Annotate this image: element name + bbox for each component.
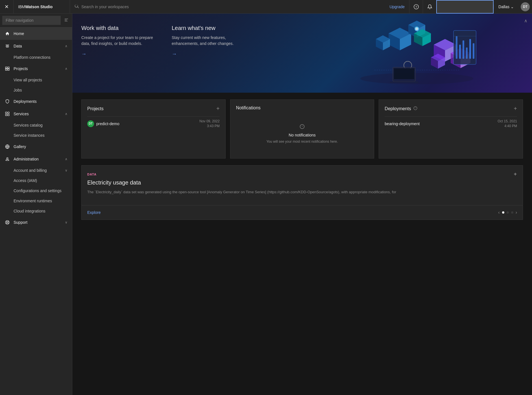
topnav-actions: Upgrade ? Dallas ⌄ DT — [385, 0, 532, 14]
sidebar-item-label-data: Data — [14, 44, 65, 48]
deployment-date: Oct 15, 2021 4:40 PM — [498, 119, 517, 129]
sidebar-sub-view-all-projects[interactable]: View all projects — [0, 75, 72, 85]
brand-name-bold: Watson Studio — [25, 5, 53, 9]
svg-line-18 — [8, 223, 9, 224]
hero-3d-illustration — [332, 16, 479, 90]
svg-point-16 — [6, 222, 8, 223]
gallery-dot-2[interactable] — [507, 211, 509, 214]
sidebar-item-gallery[interactable]: Gallery — [0, 140, 72, 153]
sidebar-item-services[interactable]: Services ∧ — [0, 108, 72, 120]
svg-rect-7 — [5, 69, 7, 70]
gallery-next-button[interactable]: › — [516, 210, 517, 215]
home-icon — [5, 31, 10, 36]
gallery-prev-button[interactable]: ‹ — [498, 210, 500, 215]
projects-card-title: Projects — [87, 106, 104, 111]
hero-learn-desc: Stay current with new features, enhancem… — [172, 35, 245, 47]
hero-work-with-data: Work with data Create a project for your… — [81, 25, 155, 57]
sidebar-item-projects[interactable]: Projects ∧ — [0, 62, 72, 75]
sidebar-filter-area — [0, 14, 72, 27]
sidebar-sub-environment-runtimes[interactable]: Environment runtimes — [0, 196, 72, 206]
sidebar-filter-input[interactable] — [2, 16, 61, 25]
svg-line-17 — [6, 221, 7, 222]
hero-content-area: Work with data Create a project for your… — [81, 25, 245, 57]
hero-work-title: Work with data — [81, 25, 155, 31]
sidebar-sub-platform-connections[interactable]: Platform connections — [0, 52, 72, 62]
workspace-search-input[interactable] — [440, 5, 490, 9]
gallery-icon — [5, 144, 10, 149]
user-avatar[interactable]: DT — [521, 2, 530, 11]
dashboard-grid: Projects + DT predict-demo Nov 09, 2022 … — [72, 93, 532, 165]
sidebar-collapse-button[interactable] — [63, 16, 70, 24]
notifications-empty-state: No notifications You will see your most … — [236, 115, 369, 153]
notifications-card-title: Notifications — [236, 105, 261, 110]
help-button[interactable]: ? — [409, 0, 423, 14]
sidebar-item-label-deployments: Deployments — [14, 99, 67, 104]
projects-add-button[interactable]: + — [216, 105, 220, 112]
hero-learn-arrow[interactable]: → — [172, 51, 177, 57]
sidebar-item-support[interactable]: Support ∨ — [0, 216, 72, 229]
gallery-dot-1[interactable] — [502, 211, 504, 214]
region-selector[interactable]: Dallas ⌄ — [494, 5, 518, 9]
sidebar: Home Data ∧ Platform connections Project… — [0, 14, 72, 395]
search-input[interactable] — [81, 5, 380, 9]
gallery-navigation: ‹ › — [498, 210, 517, 215]
chevron-down-icon: ⌄ — [511, 5, 514, 9]
account-billing-chevron: ∨ — [65, 168, 67, 172]
svg-rect-4 — [65, 21, 67, 21]
sidebar-item-data[interactable]: Data ∧ — [0, 40, 72, 52]
svg-rect-49 — [466, 47, 468, 59]
hero-banner: Work with data Create a project for your… — [72, 14, 532, 93]
notifications-empty-icon — [300, 124, 305, 131]
hero-work-desc: Create a project for your team to prepar… — [81, 35, 155, 47]
sidebar-sub-services-catalog[interactable]: Services catalog — [0, 120, 72, 130]
sidebar-item-label-services: Services — [14, 112, 65, 116]
search-icon — [75, 4, 79, 9]
deployments-add-button[interactable]: + — [514, 105, 517, 112]
sidebar-sub-access-iam[interactable]: Access (IAM) — [0, 175, 72, 186]
deployment-row: bearing-deployment Oct 15, 2021 4:40 PM — [385, 116, 517, 131]
gallery-item-title: Electricity usage data — [87, 179, 517, 186]
sidebar-sub-configurations[interactable]: Configurations and settings — [0, 186, 72, 196]
deployments-card-title: Deployments — [385, 106, 411, 111]
deployments-card: Deployments + bearing-deployment Oct 15,… — [379, 99, 523, 159]
hero-work-arrow[interactable]: → — [81, 51, 86, 57]
svg-point-35 — [415, 27, 418, 30]
gallery-add-button[interactable]: + — [514, 171, 517, 177]
hero-collapse-button[interactable]: ∧ — [524, 18, 527, 23]
close-menu-button[interactable]: ✕ — [0, 0, 14, 14]
hero-graphic — [279, 14, 532, 93]
sidebar-sub-account-billing[interactable]: Account and billing ∨ — [0, 165, 72, 175]
support-icon — [5, 220, 10, 225]
gallery-explore-link[interactable]: Explore — [87, 210, 101, 215]
sidebar-item-home[interactable]: Home — [0, 27, 72, 40]
project-date: Nov 09, 2022 3:43 PM — [199, 119, 219, 129]
sidebar-sub-jobs[interactable]: Jobs — [0, 85, 72, 95]
hero-learn-whats-new: Learn what's new Stay current with new f… — [172, 25, 245, 57]
deployment-name[interactable]: bearing-deployment — [385, 121, 420, 126]
sidebar-item-label-gallery: Gallery — [14, 144, 67, 149]
top-navigation: ✕ IBM Watson Studio Upgrade ? Dallas ⌄ D… — [0, 0, 532, 14]
hero-learn-title: Learn what's new — [172, 25, 245, 31]
gallery-section: DATA + Electricity usage data The `Elect… — [72, 165, 532, 229]
data-icon — [5, 43, 10, 49]
gallery-category-tag: DATA — [87, 173, 97, 176]
chevron-up-icon-projects: ∧ — [65, 67, 67, 71]
project-name[interactable]: predict-demo — [96, 121, 199, 126]
sidebar-sub-cloud-integrations[interactable]: Cloud integrations — [0, 206, 72, 216]
notifications-button[interactable] — [423, 0, 436, 14]
sidebar-sub-service-instances[interactable]: Service instances — [0, 130, 72, 140]
sidebar-item-label-support: Support — [14, 220, 65, 225]
search-area — [70, 0, 385, 13]
gallery-card-body: DATA + Electricity usage data The `Elect… — [82, 166, 523, 201]
main-content: Work with data Create a project for your… — [72, 14, 532, 395]
sidebar-item-label-home: Home — [14, 31, 67, 36]
deployments-info-icon[interactable] — [413, 106, 417, 111]
project-avatar: DT — [87, 120, 94, 127]
svg-rect-59 — [390, 81, 418, 83]
upgrade-link[interactable]: Upgrade — [385, 5, 409, 9]
sidebar-item-deployments[interactable]: Deployments — [0, 95, 72, 108]
brand-logo: IBM Watson Studio — [14, 0, 70, 13]
sidebar-item-administration[interactable]: Administration ∧ — [0, 153, 72, 165]
administration-icon — [5, 156, 10, 162]
gallery-dot-3[interactable] — [511, 211, 513, 214]
